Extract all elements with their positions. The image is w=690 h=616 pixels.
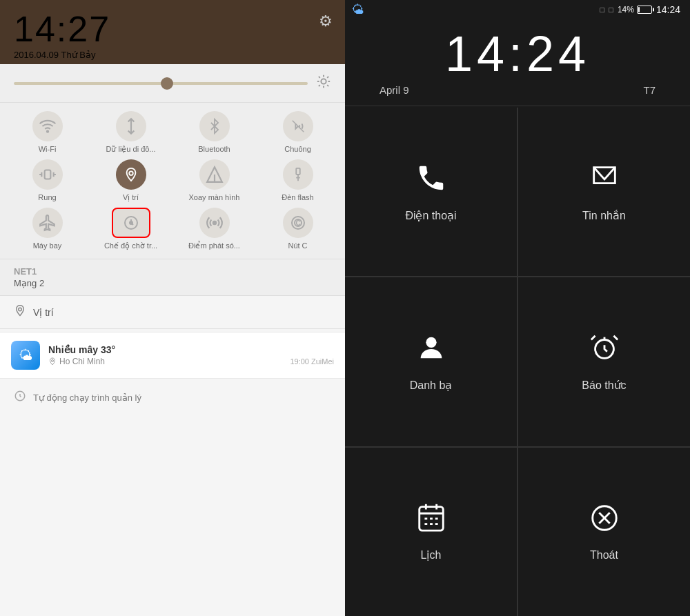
svg-point-25 xyxy=(19,308,22,311)
message-icon xyxy=(589,162,620,201)
toggle-standby[interactable]: Chế độ chờ tr... xyxy=(90,208,171,250)
svg-point-28 xyxy=(426,337,436,348)
settings-icon[interactable]: ⚙ xyxy=(319,12,333,30)
standby-label: Chế độ chờ tr... xyxy=(104,241,157,250)
notif-time-row: Ho Chi Minh 19:00 ZuiMei xyxy=(48,357,334,366)
phone-icon xyxy=(415,162,447,201)
svg-line-7 xyxy=(319,85,320,86)
net-value: Mạng 2 xyxy=(14,278,331,288)
brightness-thumb[interactable] xyxy=(161,77,173,90)
vibrate-label: Rung xyxy=(38,193,56,201)
divider xyxy=(345,106,690,106)
nut-icon: C xyxy=(283,208,313,238)
location-row: Vị trí xyxy=(0,296,345,329)
vibrate-icon xyxy=(32,159,63,190)
phone-label: Điện thoại xyxy=(405,209,456,222)
battery-box xyxy=(637,6,652,14)
app-grid: Điện thoại Tin nhắn Danh bạ xyxy=(345,108,690,616)
toggle-vibrate[interactable]: Rung xyxy=(7,159,88,202)
flash-icon xyxy=(283,159,313,190)
toggle-wifi[interactable]: Wi-Fi xyxy=(7,111,88,154)
toggle-airplane[interactable]: Máy bay xyxy=(7,208,88,250)
wifi-icon xyxy=(32,111,63,141)
airplane-icon xyxy=(32,208,63,238)
svg-rect-12 xyxy=(44,170,50,179)
svg-point-9 xyxy=(46,131,48,132)
clock-display: 14:24 xyxy=(366,29,669,79)
toggle-hotspot[interactable]: Điểm phát só... xyxy=(174,208,255,250)
svg-line-4 xyxy=(327,85,328,86)
svg-point-13 xyxy=(129,171,133,175)
toggle-rotate[interactable]: Xoay màn hình xyxy=(174,159,255,202)
toggle-bluetooth[interactable]: Bluetooth xyxy=(174,111,255,154)
svg-rect-17 xyxy=(296,168,300,175)
svg-point-26 xyxy=(52,360,54,362)
svg-line-3 xyxy=(319,77,320,78)
toggle-data[interactable]: Dữ liệu di đô... xyxy=(90,111,171,154)
svg-point-21 xyxy=(213,221,215,224)
svg-text:C: C xyxy=(295,219,300,227)
sim1-icon: □ xyxy=(600,6,605,14)
exit-icon xyxy=(589,502,620,541)
clock-date: April 9 xyxy=(379,84,409,96)
battery-fill xyxy=(638,7,640,12)
toggle-sound[interactable]: Chuông xyxy=(257,111,338,154)
sound-icon xyxy=(283,111,313,141)
app-tile-alarm[interactable]: Báo thức xyxy=(518,277,690,446)
toggle-nut[interactable]: C Nút C xyxy=(257,208,338,250)
flash-label: Đèn flash xyxy=(282,193,313,201)
standby-icon xyxy=(112,208,150,238)
app-tile-exit[interactable]: Thoát xyxy=(518,448,690,616)
brightness-icon xyxy=(316,74,331,92)
location-text: Vị trí xyxy=(33,307,54,318)
status-bar-right: 🌤 □ □ 14% 14:24 xyxy=(345,0,690,19)
bluetooth-icon xyxy=(199,111,230,141)
rotate-icon xyxy=(199,159,230,190)
calendar-label: Lịch xyxy=(421,548,442,562)
battery-percent: 14% xyxy=(618,5,634,14)
calendar-icon xyxy=(415,501,447,540)
location-row-icon xyxy=(14,304,26,320)
brightness-bar xyxy=(0,64,345,103)
hotspot-label: Điểm phát só... xyxy=(188,241,240,250)
rotate-label: Xoay màn hình xyxy=(189,193,240,201)
date-left: 2016.04.09 Thứ Bảy xyxy=(14,50,331,60)
wifi-label: Wi-Fi xyxy=(39,145,57,153)
clock-area: 14:24 April 9 T7 xyxy=(345,19,690,106)
notif-location-text: Ho Chi Minh xyxy=(59,357,105,366)
data-label: Dữ liệu di đô... xyxy=(106,145,155,154)
notification-card[interactable]: 🌤 Nhiều mây 33° Ho Chi Minh 19:00 ZuiMei xyxy=(0,332,345,379)
bluetooth-label: Bluetooth xyxy=(198,145,230,153)
svg-point-20 xyxy=(130,221,132,224)
right-panel: 🌤 □ □ 14% 14:24 14:24 April 9 T7 xyxy=(345,0,690,616)
sms-label: Tin nhắn xyxy=(582,209,626,222)
notif-app-icon: 🌤 xyxy=(11,341,40,370)
network-info: NET1 Mạng 2 xyxy=(0,259,345,296)
status-icons-right: □ □ 14% 14:24 xyxy=(600,4,680,15)
app-tile-sms[interactable]: Tin nhắn xyxy=(518,108,690,276)
svg-point-0 xyxy=(321,79,326,83)
location-label: Vị trí xyxy=(123,193,139,202)
app-tile-calendar[interactable]: Lịch xyxy=(345,448,517,616)
app-tile-phone[interactable]: Điện thoại xyxy=(345,108,517,276)
toggle-flash[interactable]: Đèn flash xyxy=(257,159,338,202)
auto-row: Tự động chạy trình quản lý xyxy=(0,381,345,414)
auto-text: Tự động chạy trình quản lý xyxy=(33,393,141,403)
exit-label: Thoát xyxy=(590,549,618,562)
toggle-location[interactable]: Vị trí xyxy=(90,159,171,202)
nut-label: Nút C xyxy=(288,241,307,250)
status-time-right: 14:24 xyxy=(656,4,680,15)
notif-location: Ho Chi Minh xyxy=(48,357,105,366)
location-icon xyxy=(116,159,146,190)
net-label: NET1 xyxy=(14,266,331,277)
clock-day: T7 xyxy=(643,84,656,96)
battery-indicator: 14% xyxy=(618,5,652,14)
notif-title: Nhiều mây 33° xyxy=(48,344,334,355)
brightness-track[interactable] xyxy=(14,82,308,85)
sim2-icon: □ xyxy=(609,6,613,14)
app-tile-contacts[interactable]: Danh bạ xyxy=(345,277,517,446)
data-icon xyxy=(116,111,146,141)
contacts-icon xyxy=(415,332,447,370)
notif-content: Nhiều mây 33° Ho Chi Minh 19:00 ZuiMei xyxy=(48,344,334,366)
alarm-icon xyxy=(589,332,620,370)
